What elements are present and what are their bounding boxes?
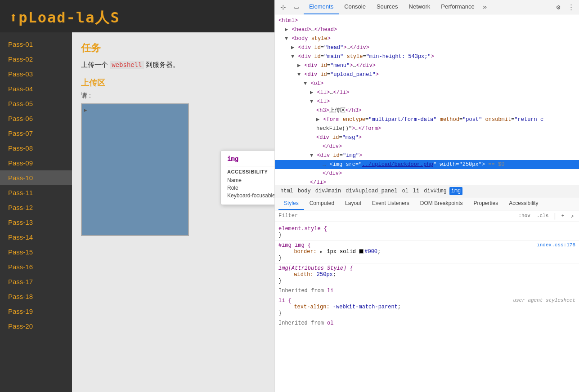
devtools-more-tabs[interactable]: » (480, 1, 490, 13)
sidebar-item-pass08[interactable]: Pass-08 (0, 141, 72, 156)
tooltip-keyboard-row: Keyboard-focusable ⊘ (227, 192, 274, 199)
filter-hov-btn[interactable]: :hov (517, 212, 532, 219)
upload-instr-text: 请 (81, 92, 87, 99)
inherited-from-li: Inherited from li (275, 286, 579, 296)
devtools-settings-icon[interactable]: ⚙ (552, 1, 565, 13)
breadcrumb-item-div#main[interactable]: div#main (314, 187, 343, 195)
inherited-from-ol: Inherited from ol (275, 318, 579, 328)
tree-line[interactable]: ▶ <div id="menu">…</div> (275, 61, 579, 70)
breadcrumb-bar: html body div#main div#upload_panel ol l… (275, 185, 579, 197)
sidebar-item-pass02[interactable]: Pass-02 (0, 52, 72, 67)
sidebar-item-pass15[interactable]: Pass-15 (0, 245, 72, 259)
sidebar-item-pass10[interactable]: Pass-10 (0, 170, 72, 185)
task-desc-text2: 到服务器。 (146, 61, 180, 68)
sidebar-item-pass20[interactable]: Pass-20 (0, 319, 72, 334)
css-rule-block: img[Attributes Style] { width: 250px;} (275, 263, 579, 286)
tree-line[interactable]: ▼ <div id="main" style="min-height: 543p… (275, 52, 579, 61)
tree-line[interactable]: ▶ <head>…</head> (275, 25, 579, 34)
sidebar-item-pass04[interactable]: Pass-04 (0, 81, 72, 96)
tree-line[interactable]: ▶ <li>…</li> (275, 88, 579, 97)
sidebar-item-pass09[interactable]: Pass-09 (0, 156, 72, 170)
sidebar-item-pass18[interactable]: Pass-18 (0, 289, 72, 304)
tooltip-keyboard-label: Keyboard-focusable (227, 192, 274, 199)
filter-sep: | (553, 212, 557, 219)
tree-line[interactable]: <div id="msg"> (275, 133, 579, 142)
css-ol-rule (275, 328, 579, 338)
style-tab-computed[interactable]: Computed (304, 197, 340, 210)
tree-line[interactable]: <html> (275, 16, 579, 25)
breadcrumb-item-div#img[interactable]: div#img (422, 187, 448, 195)
breadcrumb-item-ol[interactable]: ol (400, 187, 410, 195)
main-content: 任务 上传一个 webshell 到服务器。 上传区 请 : ▸ img 252… (72, 32, 274, 392)
style-tab-accessibility[interactable]: Accessibility (503, 197, 543, 210)
upload-instr-extra: : (89, 92, 91, 99)
filter-dock-btn[interactable]: ↗ (569, 212, 575, 220)
style-tab-dom-breakpoints[interactable]: DOM Breakpoints (415, 197, 468, 210)
filter-bar: :hov .cls | + ↗ (275, 210, 579, 222)
tab-network[interactable]: Network (404, 0, 436, 14)
breadcrumb-item-body[interactable]: body (296, 187, 313, 195)
tree-line[interactable]: ▶ <form enctype="multipart/form-data" me… (275, 115, 579, 124)
color-swatch[interactable] (359, 249, 364, 254)
tree-line[interactable]: ▼ <body style> (275, 34, 579, 43)
tab-performance[interactable]: Performance (435, 0, 480, 14)
tree-line[interactable]: </div> (275, 142, 579, 151)
upload-section-title: 上传区 (81, 77, 265, 88)
breadcrumb-item-html[interactable]: html (278, 187, 295, 195)
sidebar-item-pass19[interactable]: Pass-19 (0, 304, 72, 319)
style-tab-event-listeners[interactable]: Event Listeners (367, 197, 415, 210)
sidebar-item-pass01[interactable]: Pass-01 (0, 37, 72, 52)
style-tab-styles[interactable]: Styles (278, 197, 304, 210)
devtools-device-icon[interactable]: ▭ (290, 1, 303, 13)
tooltip-tag: img (227, 155, 238, 162)
tree-line[interactable]: ▼ <div id="upload_panel"> (275, 70, 579, 79)
task-desc: 上传一个 webshell 到服务器。 (81, 59, 265, 70)
task-desc-text1: 上传一个 (81, 61, 108, 68)
devtools-more-options-icon[interactable]: ⋮ (565, 1, 577, 13)
tree-line[interactable]: ▼ <div id="img"> (275, 151, 579, 160)
sidebar-item-pass05[interactable]: Pass-05 (0, 96, 72, 111)
upload-box: ▸ (81, 103, 189, 236)
breadcrumb-item-li[interactable]: li (411, 187, 421, 195)
sidebar-item-pass16[interactable]: Pass-16 (0, 259, 72, 274)
tree-line[interactable]: … <img src="../upload/backdoor.php" widt… (275, 160, 579, 169)
tab-console[interactable]: Console (339, 0, 371, 14)
task-desc-code: webshell (110, 61, 144, 69)
sidebar-item-pass06[interactable]: Pass-06 (0, 111, 72, 126)
left-panel: ⬆pLoad-la人S Pass-01Pass-02Pass-03Pass-04… (0, 0, 274, 392)
tree-line[interactable]: </li> (275, 178, 579, 185)
tree-line[interactable]: heckFile()">…</form> (275, 124, 579, 133)
devtools-tabs: ⊹ ▭ ElementsConsoleSourcesNetworkPerform… (275, 0, 579, 14)
tree-line[interactable]: ▼ <li> (275, 97, 579, 106)
sidebar-item-pass07[interactable]: Pass-07 (0, 126, 72, 141)
breadcrumb-item-div#upload_panel[interactable]: div#upload_panel (344, 187, 399, 195)
sidebar-item-pass14[interactable]: Pass-14 (0, 230, 72, 245)
css-li-rule: user agent stylesheetli { text-align: -w… (275, 296, 579, 318)
style-tabs: StylesComputedLayoutEvent ListenersDOM B… (275, 197, 579, 210)
style-tab-properties[interactable]: Properties (468, 197, 504, 210)
sidebar-item-pass17[interactable]: Pass-17 (0, 274, 72, 289)
sidebar-item-pass03[interactable]: Pass-03 (0, 67, 72, 81)
sidebar-item-pass11[interactable]: Pass-11 (0, 185, 72, 200)
style-tab-layout[interactable]: Layout (340, 197, 367, 210)
sidebar-item-pass12[interactable]: Pass-12 (0, 200, 72, 215)
filter-input[interactable] (278, 213, 514, 219)
tree-line[interactable]: ▶ <div id="head">…</div> (275, 43, 579, 52)
tree-line[interactable]: </div> (275, 169, 579, 178)
css-source[interactable]: index.css:178 (537, 242, 575, 248)
filter-add-btn[interactable]: + (560, 212, 566, 219)
sidebar-item-pass13[interactable]: Pass-13 (0, 215, 72, 230)
upload-box-placeholder: ▸ (84, 107, 87, 113)
devtools-cursor-icon[interactable]: ⊹ (277, 1, 289, 13)
breadcrumb-item-img[interactable]: img (449, 187, 463, 195)
tree-line[interactable]: <h3>上传区</h3> (275, 106, 579, 115)
tab-elements[interactable]: Elements (304, 0, 339, 14)
tab-sources[interactable]: Sources (371, 0, 404, 14)
html-tree: <html>▶ <head>…</head>▼ <body style>▶ <d… (275, 14, 579, 185)
filter-cls-btn[interactable]: .cls (535, 212, 550, 219)
upload-instruction: 请 : (81, 92, 265, 100)
content-area: Pass-01Pass-02Pass-03Pass-04Pass-05Pass-… (0, 32, 274, 392)
sidebar: Pass-01Pass-02Pass-03Pass-04Pass-05Pass-… (0, 32, 72, 392)
site-logo: ⬆pLoad-la人S (9, 8, 265, 28)
tree-line[interactable]: ▼ <ol> (275, 79, 579, 88)
